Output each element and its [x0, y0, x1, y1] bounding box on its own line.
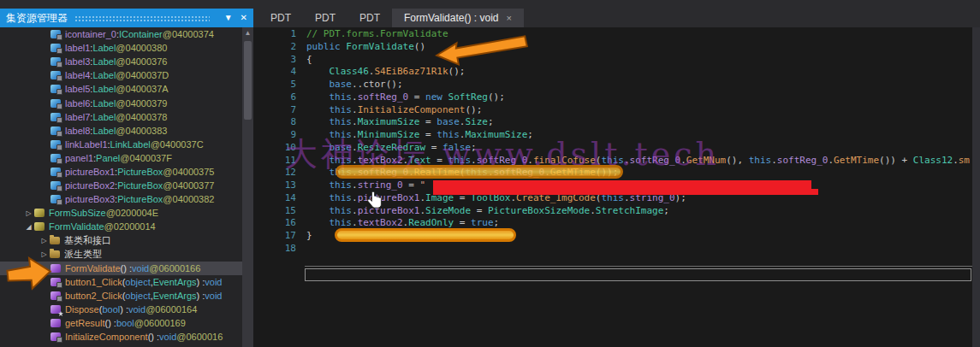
code-token	[306, 217, 330, 228]
code-token: .	[352, 217, 358, 228]
tree-row[interactable]: linkLabel1 : LinkLabel @0400037C	[0, 138, 253, 151]
code-token: .	[352, 104, 358, 115]
code-token: .	[624, 192, 630, 203]
code-token: .	[352, 129, 358, 140]
code-token: );	[675, 192, 686, 203]
tab-formvalidate-void[interactable]: FormValidate() : void×	[392, 9, 524, 27]
tree-row[interactable]: label4 : Label @0400037D	[0, 68, 253, 82]
field-icon	[50, 99, 61, 108]
panel-title-bar[interactable]: 集资源管理器 ▼ ✕	[0, 9, 253, 27]
tree-scrollbar-thumb[interactable]	[244, 41, 252, 120]
line-number: 7	[253, 104, 306, 117]
tree-row[interactable]: label5 : Label @0400037A	[0, 82, 253, 96]
code-token: this	[330, 116, 353, 127]
code-token: new	[425, 91, 442, 103]
tree-row[interactable]: button1_Click(object, EventArgs) : void	[0, 275, 253, 289]
code-editor[interactable]: 1// PDT.forms.FormValidate2public FormVa…	[253, 27, 980, 347]
tree-label: EventArgs	[153, 291, 197, 301]
tree-label: 基类和接口	[64, 234, 111, 247]
method-icon	[50, 278, 61, 286]
tree-label: pictureBox2	[65, 180, 115, 191]
tab-label: PDT	[270, 12, 291, 24]
code-line-17: 17}	[253, 230, 972, 243]
expander-collapsed-icon[interactable]: ▷	[23, 209, 34, 217]
panel-collapse-icon[interactable]: ▼	[224, 9, 233, 27]
code-token: ..ctor();	[352, 79, 403, 90]
tree-row[interactable]: pictureBox3 : PictureBox @04000382	[0, 192, 253, 206]
editor-scrollbar[interactable]	[972, 27, 980, 347]
tree-row[interactable]: label8 : Label @04000383	[0, 124, 253, 138]
code-token: .	[352, 116, 358, 127]
tree-scrollbar[interactable]: ▲	[242, 27, 253, 347]
tab-pdt[interactable]: PDT	[258, 9, 303, 27]
tab-pdt[interactable]: PDT	[347, 9, 392, 27]
field-icon	[50, 126, 61, 135]
tree-label: void	[205, 291, 222, 301]
code-token: base	[330, 79, 353, 90]
field-icon	[50, 71, 61, 79]
tab-label: PDT	[315, 12, 336, 24]
tree-row[interactable]: InitializeComponent() : void @0600016	[0, 330, 253, 344]
tree-row[interactable]: ▷FormSubSize @0200004E	[0, 206, 253, 220]
tree-row[interactable]: label3 : Label @04000376	[0, 55, 253, 68]
tree-label: @04000375	[163, 167, 214, 177]
tree-row[interactable]: label6 : Label @04000379	[0, 96, 253, 109]
expander-collapsed-icon[interactable]: ▷	[39, 237, 50, 244]
tree-label: @0200004E	[106, 208, 158, 218]
code-token: .	[590, 205, 596, 216]
tree-label: FormValidate	[65, 263, 121, 273]
tree-row[interactable]: getResult() : bool @06000169	[0, 316, 253, 330]
tree-row[interactable]: pictureBox2 : PictureBox @04000377	[0, 179, 253, 192]
tree-label: FormSubSize	[49, 208, 106, 218]
tree-label: @0400037F	[120, 153, 172, 163]
code-token: SoftReg	[448, 91, 488, 103]
tree-row[interactable]: label7 : Label @04000378	[0, 110, 253, 124]
tab-label: FormValidate() : void	[404, 12, 498, 24]
tree-row[interactable]: panel1 : Panel @0400037F	[0, 151, 253, 165]
code-line-14: 14 this.pictureBox1.Image = ToolBox.Crea…	[253, 192, 972, 205]
tree-label: void	[159, 332, 176, 342]
code-token: ;	[471, 142, 477, 153]
tree-row[interactable]: Dispose(bool) : void @06000164	[0, 303, 253, 316]
code-token	[306, 205, 330, 216]
code-token: Class46	[330, 66, 369, 77]
tree-row[interactable]: ▷基类和接口	[0, 233, 253, 247]
code-token: ResizeRedraw	[358, 142, 425, 153]
code-token: =	[425, 142, 442, 153]
tab-pdt[interactable]: PDT	[303, 9, 347, 27]
tree-row[interactable]: ◢FormValidate @02000014	[0, 220, 253, 233]
code-token: string_0	[630, 192, 675, 203]
code-token: =	[419, 129, 437, 140]
line-number: 16	[253, 217, 306, 230]
tree-label: void	[205, 277, 222, 287]
tree-label: @0400037D	[116, 70, 169, 80]
tree-row[interactable]: icontainer_0 : IContainer @04000374	[0, 27, 253, 41]
code-token	[306, 155, 330, 166]
expander-expanded-icon[interactable]: ◢	[23, 223, 34, 231]
code-line-12: 12 this.softReg_0.RealTime(this.softReg_…	[253, 167, 972, 179]
line-number: 8	[253, 116, 306, 129]
tree-row[interactable]: ▷派生类型	[0, 248, 253, 262]
code-token: InitializeComponent	[358, 104, 466, 115]
panel-close-icon[interactable]: ✕	[241, 9, 247, 27]
tree-label: label4	[65, 70, 90, 80]
tree-row[interactable]: pictureBox1 : PictureBox @04000375	[0, 165, 253, 179]
expander-collapsed-icon[interactable]: ▷	[39, 250, 50, 258]
tab-close-icon[interactable]: ×	[506, 13, 511, 23]
code-token: this	[601, 155, 624, 166]
code-token: =	[431, 155, 448, 166]
code-token	[306, 66, 330, 77]
scroll-up-icon[interactable]: ▲	[242, 27, 253, 39]
code-token: textBox2	[358, 217, 403, 228]
line-number: 3	[253, 54, 306, 67]
field-icon	[50, 168, 61, 176]
line-number: 18	[253, 243, 306, 256]
tree-label: @04000374	[163, 29, 214, 39]
tree-row[interactable]: button2_Click(object, EventArgs) : void	[0, 289, 253, 303]
code-token: .	[544, 167, 550, 178]
tree-row[interactable]: FormValidate() : void @06000166	[0, 262, 253, 275]
tree-row[interactable]: label1 : Label @04000380	[0, 41, 253, 55]
code-token: .	[352, 142, 358, 153]
code-token: base	[437, 116, 460, 127]
assembly-tree[interactable]: icontainer_0 : IContainer @04000374label…	[0, 27, 253, 347]
